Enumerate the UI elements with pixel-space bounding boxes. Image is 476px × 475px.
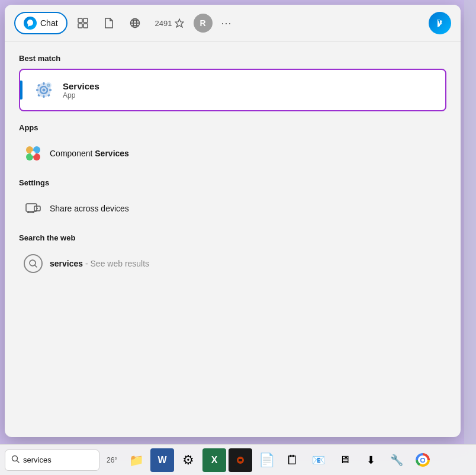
svg-rect-33 (239, 459, 242, 461)
user-avatar[interactable]: R (194, 14, 213, 33)
services-app-icon (32, 78, 56, 102)
component-services-label: Component Services (50, 149, 129, 158)
bing-chat-icon (24, 17, 37, 30)
settings-section: Settings Share across devices (19, 178, 446, 224)
taskbar-search-box[interactable]: services (5, 450, 99, 471)
svg-rect-12 (36, 89, 38, 91)
svg-rect-10 (43, 82, 45, 85)
svg-point-20 (48, 85, 49, 86)
best-match-section-label: Best match (19, 54, 446, 63)
best-match-services-item[interactable]: Services App (19, 69, 446, 111)
svg-rect-13 (49, 89, 52, 91)
svg-marker-6 (175, 19, 184, 27)
web-search-icon (24, 254, 43, 273)
weather-widget: 26° (102, 456, 122, 464)
document-tab[interactable] (98, 12, 120, 34)
apps-section-label: Apps (19, 123, 446, 132)
web-section-label: Search the web (19, 233, 446, 242)
taskbar-app-excel[interactable]: X (202, 448, 226, 472)
accent-bar (20, 81, 22, 100)
chat-label: Chat (40, 18, 58, 28)
web-search-item[interactable]: services - See web results (19, 248, 446, 279)
right-edge-blur (464, 0, 476, 444)
share-across-devices-label: Share across devices (50, 204, 129, 213)
taskbar-search-icon (11, 455, 20, 465)
taskbar-app-outlook[interactable]: 📧 (307, 448, 330, 472)
svg-point-28 (37, 208, 38, 209)
taskbar-app-file2[interactable]: 🗒 (281, 448, 304, 472)
services-item-title: Services (63, 81, 438, 91)
start-menu-panel: Chat 2491 (5, 5, 461, 437)
services-item-subtitle: App (63, 91, 438, 100)
web-section: Search the web services - See web result… (19, 233, 446, 279)
svg-point-37 (422, 458, 424, 461)
taskbar-app-download[interactable]: ⬇ (359, 448, 382, 472)
svg-point-30 (12, 456, 18, 461)
share-devices-icon (24, 199, 43, 218)
score-badge: 2491 (150, 16, 189, 30)
svg-rect-3 (83, 24, 88, 28)
services-item-text: Services App (63, 81, 438, 100)
weather-temp: 26° (107, 456, 117, 464)
svg-rect-11 (43, 95, 45, 98)
svg-rect-26 (26, 204, 37, 211)
settings-section-label: Settings (19, 178, 446, 187)
taskbar-search-text: services (23, 455, 52, 464)
chat-button[interactable]: Chat (14, 12, 67, 34)
taskbar-app-terminal[interactable] (229, 448, 252, 472)
svg-point-9 (43, 89, 46, 92)
bing-button[interactable] (429, 12, 451, 34)
svg-rect-0 (78, 18, 82, 23)
component-services-item[interactable]: Component Services (19, 138, 446, 169)
taskbar: services 26° 📁 W ⚙ X 📄 🗒 📧 🖥 ⬇ 🔧 (0, 444, 476, 475)
web-query-text: services - See web results (50, 259, 149, 268)
share-across-devices-item[interactable]: Share across devices (19, 193, 446, 224)
taskbar-app-file-explorer[interactable]: 📁 (124, 448, 148, 472)
layout-tab[interactable] (72, 12, 94, 34)
more-button[interactable]: ··· (217, 14, 236, 33)
taskbar-app-word[interactable]: W (150, 448, 174, 472)
globe-tab[interactable] (124, 12, 146, 34)
taskbar-app-display[interactable]: 🖥 (333, 448, 356, 472)
search-results-content: Best match (5, 42, 461, 291)
component-services-icon (24, 144, 43, 163)
taskbar-app-settings[interactable]: ⚙ (176, 448, 200, 472)
taskbar-app-tools[interactable]: 🔧 (385, 448, 409, 472)
taskbar-app-chrome[interactable] (411, 448, 435, 472)
svg-point-25 (31, 151, 36, 156)
top-bar: Chat 2491 (5, 5, 461, 42)
svg-rect-2 (78, 24, 82, 28)
taskbar-app-file1[interactable]: 📄 (255, 448, 278, 472)
svg-rect-1 (83, 18, 88, 23)
